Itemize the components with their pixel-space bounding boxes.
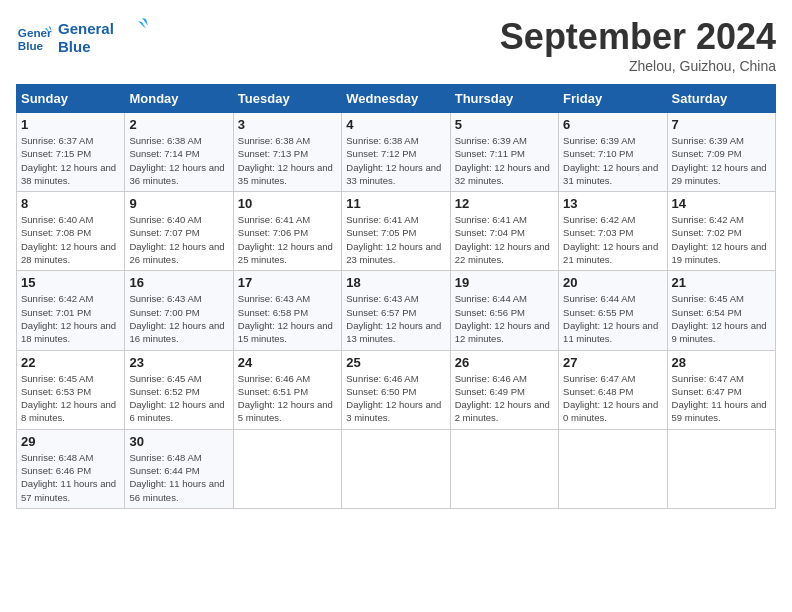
weekday-header-friday: Friday (559, 85, 667, 113)
day-number: 27 (563, 355, 662, 370)
logo: General Blue General Blue (16, 16, 148, 62)
day-number: 15 (21, 275, 120, 290)
day-info: Sunrise: 6:44 AMSunset: 6:56 PMDaylight:… (455, 292, 554, 345)
calendar-cell: 24Sunrise: 6:46 AMSunset: 6:51 PMDayligh… (233, 350, 341, 429)
calendar-week-3: 15Sunrise: 6:42 AMSunset: 7:01 PMDayligh… (17, 271, 776, 350)
svg-marker-6 (138, 21, 146, 29)
day-number: 22 (21, 355, 120, 370)
day-number: 19 (455, 275, 554, 290)
day-number: 3 (238, 117, 337, 132)
weekday-header-monday: Monday (125, 85, 233, 113)
day-number: 28 (672, 355, 771, 370)
day-number: 2 (129, 117, 228, 132)
calendar-cell: 4Sunrise: 6:38 AMSunset: 7:12 PMDaylight… (342, 113, 450, 192)
calendar-cell: 23Sunrise: 6:45 AMSunset: 6:52 PMDayligh… (125, 350, 233, 429)
day-info: Sunrise: 6:46 AMSunset: 6:51 PMDaylight:… (238, 372, 337, 425)
day-number: 7 (672, 117, 771, 132)
day-info: Sunrise: 6:47 AMSunset: 6:48 PMDaylight:… (563, 372, 662, 425)
day-info: Sunrise: 6:39 AMSunset: 7:09 PMDaylight:… (672, 134, 771, 187)
calendar-cell: 21Sunrise: 6:45 AMSunset: 6:54 PMDayligh… (667, 271, 775, 350)
day-info: Sunrise: 6:48 AMSunset: 6:46 PMDaylight:… (21, 451, 120, 504)
day-number: 17 (238, 275, 337, 290)
month-title: September 2024 (500, 16, 776, 58)
calendar-cell: 18Sunrise: 6:43 AMSunset: 6:57 PMDayligh… (342, 271, 450, 350)
calendar-cell: 3Sunrise: 6:38 AMSunset: 7:13 PMDaylight… (233, 113, 341, 192)
svg-text:Blue: Blue (18, 39, 44, 52)
page-header: General Blue General Blue September 2024… (16, 16, 776, 74)
calendar-cell (450, 429, 558, 508)
calendar-cell: 20Sunrise: 6:44 AMSunset: 6:55 PMDayligh… (559, 271, 667, 350)
calendar-week-4: 22Sunrise: 6:45 AMSunset: 6:53 PMDayligh… (17, 350, 776, 429)
day-info: Sunrise: 6:45 AMSunset: 6:54 PMDaylight:… (672, 292, 771, 345)
day-number: 30 (129, 434, 228, 449)
svg-text:Blue: Blue (58, 38, 91, 55)
calendar-cell: 26Sunrise: 6:46 AMSunset: 6:49 PMDayligh… (450, 350, 558, 429)
day-info: Sunrise: 6:38 AMSunset: 7:13 PMDaylight:… (238, 134, 337, 187)
day-number: 20 (563, 275, 662, 290)
calendar-cell: 7Sunrise: 6:39 AMSunset: 7:09 PMDaylight… (667, 113, 775, 192)
day-number: 12 (455, 196, 554, 211)
title-block: September 2024 Zhelou, Guizhou, China (500, 16, 776, 74)
day-info: Sunrise: 6:39 AMSunset: 7:11 PMDaylight:… (455, 134, 554, 187)
day-info: Sunrise: 6:42 AMSunset: 7:02 PMDaylight:… (672, 213, 771, 266)
day-number: 8 (21, 196, 120, 211)
day-number: 5 (455, 117, 554, 132)
day-info: Sunrise: 6:48 AMSunset: 6:44 PMDaylight:… (129, 451, 228, 504)
day-number: 9 (129, 196, 228, 211)
calendar-cell: 22Sunrise: 6:45 AMSunset: 6:53 PMDayligh… (17, 350, 125, 429)
calendar-cell: 9Sunrise: 6:40 AMSunset: 7:07 PMDaylight… (125, 192, 233, 271)
calendar-cell: 29Sunrise: 6:48 AMSunset: 6:46 PMDayligh… (17, 429, 125, 508)
calendar-cell: 28Sunrise: 6:47 AMSunset: 6:47 PMDayligh… (667, 350, 775, 429)
day-info: Sunrise: 6:41 AMSunset: 7:04 PMDaylight:… (455, 213, 554, 266)
day-number: 4 (346, 117, 445, 132)
day-number: 6 (563, 117, 662, 132)
calendar-cell: 15Sunrise: 6:42 AMSunset: 7:01 PMDayligh… (17, 271, 125, 350)
calendar-week-5: 29Sunrise: 6:48 AMSunset: 6:46 PMDayligh… (17, 429, 776, 508)
day-info: Sunrise: 6:43 AMSunset: 7:00 PMDaylight:… (129, 292, 228, 345)
svg-text:General: General (18, 26, 52, 39)
day-number: 1 (21, 117, 120, 132)
day-info: Sunrise: 6:45 AMSunset: 6:53 PMDaylight:… (21, 372, 120, 425)
weekday-header-thursday: Thursday (450, 85, 558, 113)
calendar-cell: 5Sunrise: 6:39 AMSunset: 7:11 PMDaylight… (450, 113, 558, 192)
day-number: 18 (346, 275, 445, 290)
day-info: Sunrise: 6:38 AMSunset: 7:12 PMDaylight:… (346, 134, 445, 187)
day-info: Sunrise: 6:43 AMSunset: 6:57 PMDaylight:… (346, 292, 445, 345)
calendar-cell: 2Sunrise: 6:38 AMSunset: 7:14 PMDaylight… (125, 113, 233, 192)
calendar-cell: 8Sunrise: 6:40 AMSunset: 7:08 PMDaylight… (17, 192, 125, 271)
weekday-header-tuesday: Tuesday (233, 85, 341, 113)
weekday-header-sunday: Sunday (17, 85, 125, 113)
calendar-cell: 11Sunrise: 6:41 AMSunset: 7:05 PMDayligh… (342, 192, 450, 271)
day-number: 23 (129, 355, 228, 370)
calendar-table: SundayMondayTuesdayWednesdayThursdayFrid… (16, 84, 776, 509)
day-info: Sunrise: 6:41 AMSunset: 7:05 PMDaylight:… (346, 213, 445, 266)
calendar-cell: 12Sunrise: 6:41 AMSunset: 7:04 PMDayligh… (450, 192, 558, 271)
calendar-cell: 30Sunrise: 6:48 AMSunset: 6:44 PMDayligh… (125, 429, 233, 508)
day-info: Sunrise: 6:41 AMSunset: 7:06 PMDaylight:… (238, 213, 337, 266)
calendar-cell (559, 429, 667, 508)
day-info: Sunrise: 6:46 AMSunset: 6:50 PMDaylight:… (346, 372, 445, 425)
day-number: 13 (563, 196, 662, 211)
calendar-cell: 27Sunrise: 6:47 AMSunset: 6:48 PMDayligh… (559, 350, 667, 429)
day-info: Sunrise: 6:45 AMSunset: 6:52 PMDaylight:… (129, 372, 228, 425)
day-number: 26 (455, 355, 554, 370)
calendar-cell (233, 429, 341, 508)
calendar-cell: 17Sunrise: 6:43 AMSunset: 6:58 PMDayligh… (233, 271, 341, 350)
day-info: Sunrise: 6:38 AMSunset: 7:14 PMDaylight:… (129, 134, 228, 187)
weekday-header-saturday: Saturday (667, 85, 775, 113)
calendar-cell: 16Sunrise: 6:43 AMSunset: 7:00 PMDayligh… (125, 271, 233, 350)
calendar-week-1: 1Sunrise: 6:37 AMSunset: 7:15 PMDaylight… (17, 113, 776, 192)
calendar-cell: 25Sunrise: 6:46 AMSunset: 6:50 PMDayligh… (342, 350, 450, 429)
day-info: Sunrise: 6:47 AMSunset: 6:47 PMDaylight:… (672, 372, 771, 425)
logo-svg: General Blue (58, 16, 148, 58)
day-info: Sunrise: 6:40 AMSunset: 7:07 PMDaylight:… (129, 213, 228, 266)
day-info: Sunrise: 6:42 AMSunset: 7:03 PMDaylight:… (563, 213, 662, 266)
calendar-cell: 19Sunrise: 6:44 AMSunset: 6:56 PMDayligh… (450, 271, 558, 350)
weekday-header-row: SundayMondayTuesdayWednesdayThursdayFrid… (17, 85, 776, 113)
day-info: Sunrise: 6:44 AMSunset: 6:55 PMDaylight:… (563, 292, 662, 345)
day-number: 11 (346, 196, 445, 211)
weekday-header-wednesday: Wednesday (342, 85, 450, 113)
day-info: Sunrise: 6:37 AMSunset: 7:15 PMDaylight:… (21, 134, 120, 187)
location: Zhelou, Guizhou, China (500, 58, 776, 74)
day-info: Sunrise: 6:46 AMSunset: 6:49 PMDaylight:… (455, 372, 554, 425)
